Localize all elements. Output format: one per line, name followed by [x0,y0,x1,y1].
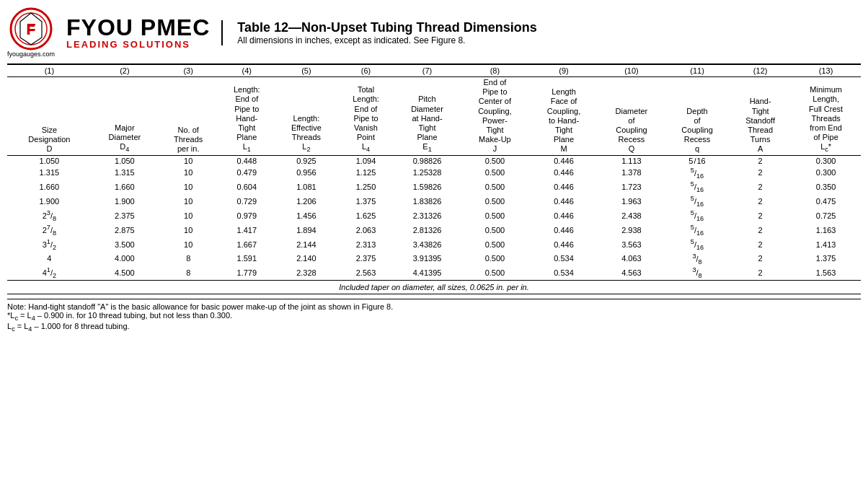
col-header-7: PitchDiameterat Hand-TightPlaneE1 [394,77,460,156]
note-2: *Lc = L4 – 0.900 in. for 10 thread tubin… [7,311,861,322]
table-row: 1.315 1.315 10 0.479 0.956 1.125 1.25328… [7,166,861,180]
col-header-8: End ofPipe toCenter ofCoupling,Power-Tig… [461,77,530,156]
cell-L2: 1.081 [275,180,337,194]
cell-L4: 1.250 [338,180,394,194]
cell-threads: 10 [158,155,218,166]
cell-L1: 1.667 [218,237,275,252]
col-num-3: (3) [158,64,218,77]
col-num-5: (5) [275,64,337,77]
cell-A: 2 [730,223,791,237]
cell-threads: 10 [158,223,218,237]
cell-L1: 0.448 [218,155,275,166]
note-3: Lc = L4 – 1.000 for 8 thread tubing. [7,322,861,333]
cell-Lc: 1.413 [791,237,861,252]
logo-icon: F F [9,7,53,51]
cell-E1: 3.91395 [394,252,460,266]
cell-major-dia: 2.375 [92,209,158,223]
brand-text-area: FYOU PMEC LEADING SOLUTIONS [66,16,210,50]
brand-sub: LEADING SOLUTIONS [66,39,210,50]
cell-q: 3/8 [665,252,730,266]
cell-major-dia: 1.660 [92,180,158,194]
note-1: Note: Hand-tight standoff "A" is the bas… [7,302,861,311]
cell-q: 5/16 [665,237,730,252]
cell-A: 2 [730,266,791,280]
cell-threads: 8 [158,266,218,280]
table-row: 1.050 1.050 10 0.448 0.925 1.094 0.98826… [7,155,861,166]
taper-note: Included taper on diameter, all sizes, 0… [7,281,861,294]
cell-threads: 10 [158,237,218,252]
cell-L2: 1.206 [275,194,337,209]
cell-M: 0.446 [529,194,598,209]
cell-M: 0.446 [529,223,598,237]
cell-q: 5/16 [665,180,730,194]
site-url: fyougauges.com [7,51,55,58]
col-header-2: MajorDiameterD4 [92,77,158,156]
cell-A: 2 [730,155,791,166]
cell-M: 0.446 [529,180,598,194]
cell-Lc: 0.300 [791,166,861,180]
notes-section: Note: Hand-tight standoff "A" is the bas… [7,299,861,333]
cell-major-dia: 1.900 [92,194,158,209]
col-num-1: (1) [7,64,92,77]
col-header-5: Length:EffectiveThreadsL2 [275,77,337,156]
cell-L2: 1.894 [275,223,337,237]
cell-Q: 1.723 [598,180,665,194]
cell-L2: 2.140 [275,252,337,266]
brand-name: FYOU PMEC [66,16,210,39]
cell-threads: 10 [158,194,218,209]
table-subtitle: All dimensions in inches, except as indi… [237,35,861,45]
cell-major-dia: 4.000 [92,252,158,266]
col-header-12: Hand-TightStandoffThreadTurnsA [730,77,791,156]
cell-A: 2 [730,209,791,223]
cell-L1: 0.979 [218,209,275,223]
table-row: 31/2 3.500 10 1.667 2.144 2.313 3.43826 … [7,237,861,252]
col-num-8: (8) [461,64,530,77]
col-header-13: MinimumLength,Full CrestThreadsfrom Endo… [791,77,861,156]
col-header-9: LengthFace ofCoupling,to Hand-TightPlane… [529,77,598,156]
cell-E1: 1.25328 [394,166,460,180]
cell-size: 31/2 [7,237,92,252]
cell-L2: 0.956 [275,166,337,180]
cell-Lc: 0.300 [791,155,861,166]
cell-Lc: 0.475 [791,194,861,209]
cell-Lc: 0.350 [791,180,861,194]
cell-J: 0.500 [461,237,530,252]
col-num-10: (10) [598,64,665,77]
cell-L1: 0.479 [218,166,275,180]
cell-q: 5/16 [665,223,730,237]
col-header-11: DepthofCouplingRecessq [665,77,730,156]
column-number-row: (1) (2) (3) (4) (5) (6) (7) (8) (9) (10)… [7,64,861,77]
cell-E1: 3.43826 [394,237,460,252]
cell-q: 5/16 [665,166,730,180]
cell-L1: 0.729 [218,194,275,209]
table-row: 1.900 1.900 10 0.729 1.206 1.375 1.83826… [7,194,861,209]
column-header-row: SizeDesignationD MajorDiameterD4 No. ofT… [7,77,861,156]
cell-Lc: 1.563 [791,266,861,280]
cell-L1: 1.417 [218,223,275,237]
cell-A: 2 [730,252,791,266]
cell-Q: 1.113 [598,155,665,166]
cell-size: 1.315 [7,166,92,180]
cell-A: 2 [730,237,791,252]
cell-E1: 4.41395 [394,266,460,280]
cell-q: 5/16 [665,155,730,166]
col-num-2: (2) [92,64,158,77]
cell-size: 1.900 [7,194,92,209]
cell-J: 0.500 [461,194,530,209]
cell-J: 0.500 [461,166,530,180]
cell-Q: 3.563 [598,237,665,252]
col-num-4: (4) [218,64,275,77]
table-title: Table 12—Non-Upset Tubing Thread Dimensi… [237,20,861,35]
cell-q: 3/8 [665,266,730,280]
col-header-10: DiameterofCouplingRecessQ [598,77,665,156]
logo-area: F F fyougauges.com [7,7,55,58]
cell-A: 2 [730,194,791,209]
cell-major-dia: 2.875 [92,223,158,237]
cell-A: 2 [730,166,791,180]
cell-E1: 1.83826 [394,194,460,209]
cell-threads: 10 [158,180,218,194]
col-num-6: (6) [338,64,394,77]
cell-major-dia: 4.500 [92,266,158,280]
cell-size: 41/2 [7,266,92,280]
cell-threads: 10 [158,166,218,180]
